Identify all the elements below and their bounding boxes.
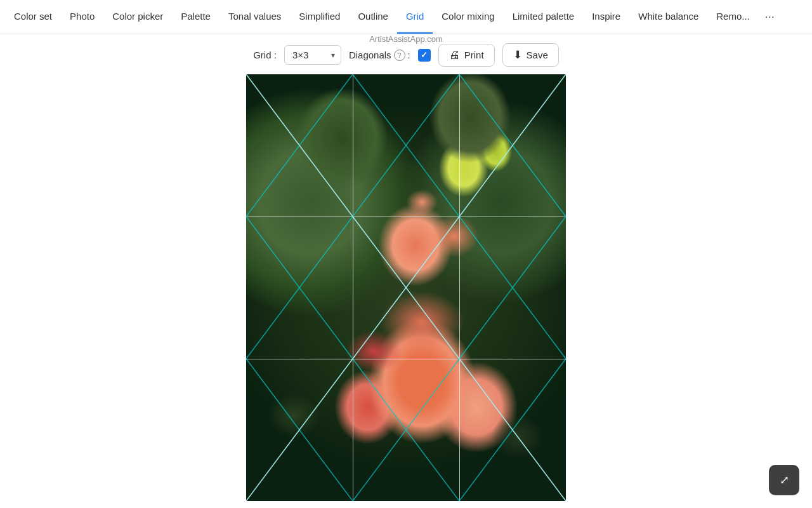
print-button[interactable]: 🖨 Print (438, 44, 495, 67)
nav-item-photo[interactable]: Photo (61, 0, 103, 34)
nav-item-remove[interactable]: Remo... (707, 0, 759, 34)
grid-select[interactable]: 2×23×34×45×56×6 (284, 45, 341, 65)
nav-item-palette[interactable]: Palette (172, 0, 219, 34)
nav-item-simplified[interactable]: Simplified (290, 0, 349, 34)
print-icon: 🖨 (449, 49, 460, 62)
nav-item-limited-palette[interactable]: Limited palette (504, 0, 584, 34)
flower-image (246, 74, 566, 501)
toolbar: ArtistAssistApp.com Grid : 2×23×34×45×56… (0, 34, 812, 72)
main-content (0, 72, 812, 501)
diagonals-label: Diagonals ? : (349, 50, 410, 61)
nav-more-button[interactable]: ··· (759, 0, 781, 34)
expand-button[interactable]: ⤢ (769, 465, 799, 495)
expand-icon: ⤢ (780, 473, 789, 487)
navbar: Color setPhotoColor pickerPaletteTonal v… (0, 0, 812, 34)
save-icon: ⬇ (513, 48, 522, 62)
help-icon[interactable]: ? (394, 50, 405, 61)
nav-item-outline[interactable]: Outline (349, 0, 397, 34)
nav-item-color-set[interactable]: Color set (5, 0, 61, 34)
grid-label: Grid : (253, 50, 277, 60)
nav-item-white-balance[interactable]: White balance (629, 0, 707, 34)
grid-image-container (246, 74, 566, 501)
diagonals-checkbox[interactable] (418, 49, 431, 62)
watermark: ArtistAssistApp.com (369, 34, 443, 44)
grid-select-wrapper: 2×23×34×45×56×6 ▾ (284, 45, 341, 65)
nav-item-color-picker[interactable]: Color picker (103, 0, 172, 34)
nav-item-inspire[interactable]: Inspire (583, 0, 629, 34)
save-button[interactable]: ⬇ Save (502, 43, 559, 67)
nav-item-grid[interactable]: Grid (397, 0, 433, 34)
nav-item-tonal-values[interactable]: Tonal values (219, 0, 290, 34)
nav-item-color-mixing[interactable]: Color mixing (433, 0, 503, 34)
